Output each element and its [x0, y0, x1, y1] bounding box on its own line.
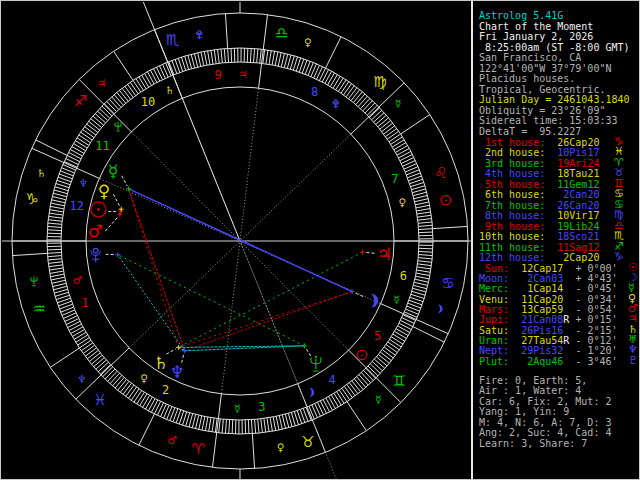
sign-icon: ♎ [275, 24, 288, 42]
planet-label: Jupi: [479, 314, 509, 325]
planet-motion-value: - 0°34' [575, 294, 617, 305]
house-number: 11 [95, 139, 109, 153]
house-number: 3 [258, 400, 265, 414]
planet-glyph-sun [445, 199, 447, 201]
planet-label: Sun: [479, 263, 509, 274]
planet-glyph-neptune: ♆ [79, 177, 88, 189]
header-text: DeltaT = 95.2227 [479, 126, 581, 137]
astrolog-screen: ♈♂♉♀♊☿♋♌♍☿♎♀♏♐♃♑♄♒♓♆1♂2♀3☿456☿7♀89♃10♄11… [0, 0, 640, 480]
house-cusp-value: 11Gem12 [557, 179, 599, 190]
header-line: 8:25:00am (ST -8:00 GMT) [479, 43, 630, 53]
planet-glyph-mercury: ☿ [375, 393, 381, 405]
header-text: Fri January 2, 2026 [479, 31, 593, 42]
house-sign-icon: ♑ [614, 252, 624, 262]
house-cusp-value: 26Can20 [557, 200, 599, 211]
house-number: 7 [391, 172, 398, 186]
totals-line: Learn: 3, Share: 7 [479, 439, 587, 449]
house-label: 2nd house: [479, 147, 545, 158]
sign-icon: ♌ [434, 164, 447, 182]
planet-glyph-uranus [33, 276, 34, 277]
header-line: Julian Day = 2461043.1840 [479, 95, 630, 105]
header-text: 122°41'00"W 37°79'00"N [479, 63, 611, 74]
planet-label: Uran: [479, 335, 509, 346]
planet-motion-value: - 0°12' [575, 335, 617, 346]
house-label: 6th house: [479, 189, 545, 200]
planets: ☿♀♂♃♄♆ [88, 161, 392, 382]
house-cusp-value: 11Sag12 [557, 242, 599, 253]
house-label: 7th house: [479, 200, 545, 211]
sign-icon: ♐ [74, 92, 87, 110]
header-text: San Francisco, CA [479, 52, 581, 63]
house-number: 10 [141, 95, 155, 109]
planet-glyph-neptune: ♆ [77, 373, 86, 385]
sign-icon: ♏ [165, 31, 179, 49]
planet-position-value: 27Tau54 [521, 335, 563, 346]
planet-position-value: 11Cap20 [521, 294, 563, 305]
planet-glyph-saturn: ♄ [153, 353, 168, 373]
planet-label: Venu: [479, 294, 509, 305]
planet-position-value: 13Cap59 [521, 304, 563, 315]
planet-glyph-mercury: ☿ [395, 97, 401, 109]
house-cusp-value: 2Can20 [557, 189, 599, 200]
header-text: Sidereal time: 15:03:33 [479, 115, 617, 126]
header-line: Placidus houses. [479, 74, 575, 84]
house-cusp-value: 26Cap20 [557, 137, 599, 148]
planet-glyph-uranus [315, 356, 317, 358]
planet-position-value: 26Pis16 [521, 325, 563, 336]
sign-icon: ♊ [392, 372, 405, 390]
header-text: Astrolog 5.41G [479, 10, 563, 21]
house-cusp-value: 2Cap20 [557, 252, 599, 263]
header-text: Placidus houses. [479, 73, 575, 84]
planet-row: Plut: 2Aqu46 - 3°46'♇ [479, 357, 618, 367]
header-line: 122°41'00"W 37°79'00"N [479, 64, 611, 74]
planet-glyph-venus: ♀ [98, 181, 110, 201]
planet-position-value: 29Pis32 [521, 345, 563, 356]
planet-glyph-jupiter: ♃ [97, 77, 106, 89]
totals-text: Yang: 1, Yin: 9 [479, 406, 569, 417]
house-label: 8th house: [479, 210, 545, 221]
house-number: 5 [374, 329, 381, 343]
planet-glyph-jupiter: ♃ [238, 68, 247, 80]
planet-glyph-moon [310, 388, 314, 397]
sign-icon: ♍ [373, 73, 386, 91]
planet-glyph-saturn: ♄ [37, 167, 46, 179]
house-number: 12 [69, 199, 83, 213]
house-cusp-value: 18Sco21 [557, 231, 599, 242]
sign-icon: ♒ [32, 300, 45, 318]
planet-glyph-moon [371, 294, 378, 308]
sign-icon: ♉ [301, 433, 314, 451]
planet-glyph-uranus [311, 358, 316, 364]
header-line: Tropical, Geocentric. [479, 85, 605, 95]
house-label: 4th house: [479, 168, 545, 179]
planet-glyph-jupiter: ♃ [377, 244, 392, 264]
planet-glyph-venus: ♀ [277, 441, 285, 453]
planet-glyph-pluto [93, 248, 98, 253]
house-cusp-value: 10Pis17 [557, 147, 599, 158]
house-label: 12th house: [479, 252, 545, 263]
planet-glyph-mars: ♂ [167, 434, 176, 446]
house-number: 2 [162, 383, 169, 397]
planet-glyph-sun [361, 354, 363, 356]
house-label: 10th house: [479, 231, 545, 242]
planet-label: Satu: [479, 325, 509, 336]
sign-icon: ♓ [93, 391, 106, 409]
header-text: Tropical, Geocentric. [479, 84, 605, 95]
house-label: 3rd house: [479, 158, 545, 169]
planet-glyph-venus: ♀ [399, 196, 407, 208]
totals-text: Car: 6, Fix: 2, Mut: 2 [479, 396, 611, 407]
planet-glyph-pluto [334, 100, 337, 103]
totals-text: M: 4, N: 6, A: 7, D: 3 [479, 417, 611, 428]
planet-label: Moon: [479, 273, 509, 284]
sign-icon: ♈ [192, 440, 205, 458]
house-label: 9th house: [479, 221, 545, 232]
planet-motion-value: - 3°46' [575, 356, 617, 367]
planet-glyph-pluto [198, 31, 201, 34]
planet-glyph-mercury: ☿ [393, 293, 399, 305]
totals-text: Learn: 3, Share: 7 [479, 438, 587, 449]
house-number: 8 [311, 85, 318, 99]
planet-glyph-moon [438, 304, 442, 313]
planet-position-value: 2Can03 [521, 273, 563, 284]
house-number: 1 [82, 296, 89, 310]
planet-motion-value: + 0°00' [575, 263, 617, 274]
house-label: 1st house: [479, 137, 545, 148]
